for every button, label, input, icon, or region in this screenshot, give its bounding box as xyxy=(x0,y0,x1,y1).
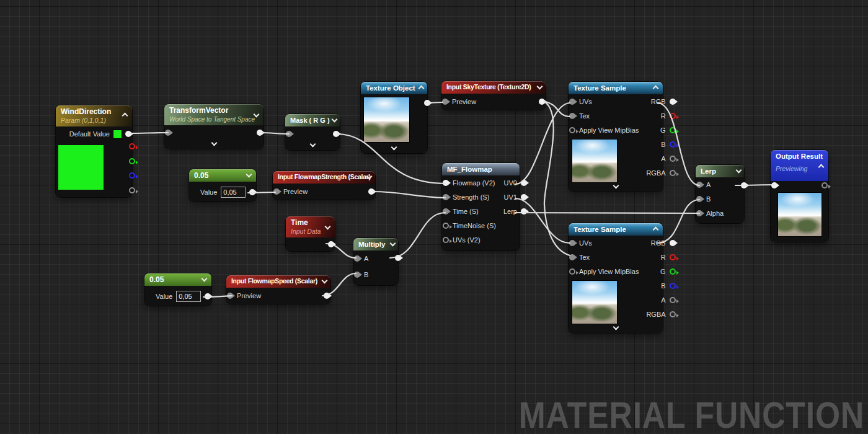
node-input-flowmap-speed[interactable]: Input FlowmapSpeed (Scalar) Preview xyxy=(226,275,330,304)
pin-label: A xyxy=(661,296,665,304)
pin-uv1[interactable] xyxy=(521,194,527,200)
node-transform-vector[interactable]: TransformVector World Space to Tangent S… xyxy=(164,104,264,149)
texture-preview xyxy=(363,97,410,143)
pin-strength-s[interactable] xyxy=(443,194,449,200)
pin-label: Flowmap (V2) xyxy=(453,179,495,187)
pin-label: UVs (V2) xyxy=(453,236,480,244)
pin-rgba[interactable] xyxy=(670,170,676,176)
node-texture-sample-top[interactable]: Texture Sample UVs Tex Apply View MipBia… xyxy=(569,82,663,192)
texture-preview xyxy=(777,192,822,237)
pin-tex[interactable] xyxy=(569,113,575,119)
pin-rgba[interactable] xyxy=(670,311,676,317)
wire[interactable] xyxy=(128,133,168,133)
pin-b[interactable] xyxy=(670,283,676,289)
node-title: WindDirection xyxy=(61,107,127,117)
pin-label: Tex xyxy=(579,254,590,261)
value-input[interactable] xyxy=(176,291,201,302)
node-output-result[interactable]: Output Result Previewing xyxy=(771,150,828,242)
node-input-flowmap-strength[interactable]: Input FlowmapStrength (Scalar) Preview xyxy=(273,171,375,200)
preview-label: Preview xyxy=(452,98,476,105)
pin-b[interactable] xyxy=(696,196,702,202)
pin-label: A xyxy=(706,181,711,188)
pin-output-g[interactable] xyxy=(129,158,135,164)
node-wind-direction[interactable]: WindDirection Param (0,1,0,1) Default Va… xyxy=(56,105,132,197)
pin-label: B xyxy=(706,195,711,203)
pin-a[interactable] xyxy=(670,297,676,303)
pin-uvs[interactable] xyxy=(569,99,575,105)
pin-label: Apply View MipBias xyxy=(579,268,639,275)
node-texture-sample-bottom[interactable]: Texture Sample UVs Tex Apply View MipBia… xyxy=(569,223,663,333)
node-constant-flowmap-strength[interactable]: 0.05 Value xyxy=(189,169,256,202)
pin-label: A xyxy=(364,255,368,262)
wire[interactable] xyxy=(515,103,570,184)
pin-label: G xyxy=(660,268,666,275)
chevron-down-icon[interactable] xyxy=(309,141,316,148)
pin-tex[interactable] xyxy=(569,254,575,260)
pin-apply-view-mipbias[interactable] xyxy=(569,268,575,275)
pin-uvs-v2[interactable] xyxy=(443,237,449,243)
value-input[interactable] xyxy=(221,187,246,198)
color-swatch[interactable] xyxy=(113,130,122,139)
node-constant-flowmap-speed[interactable]: 0.05 Value xyxy=(144,273,211,306)
chevron-down-icon[interactable] xyxy=(211,140,217,146)
pin-rgb[interactable] xyxy=(670,99,676,105)
wire[interactable] xyxy=(735,185,774,185)
pin-output-r[interactable] xyxy=(129,143,135,149)
chevron-down-icon[interactable] xyxy=(537,84,543,90)
texture-preview xyxy=(572,139,618,183)
pin-rgb[interactable] xyxy=(670,240,676,246)
node-title: Input SkyTexture (Texture2D) xyxy=(446,82,532,92)
chevron-down-icon[interactable] xyxy=(613,183,619,189)
pin-flowmap-v2[interactable] xyxy=(443,180,449,186)
pin-apply-view-mipbias[interactable] xyxy=(569,127,575,133)
pin-label: RGBA xyxy=(646,169,665,177)
pin-label: R xyxy=(661,254,666,261)
chevron-down-icon[interactable] xyxy=(322,278,328,284)
pin-label: UVs xyxy=(579,239,592,247)
node-multiply[interactable]: Multiply A B xyxy=(353,238,398,285)
wire[interactable] xyxy=(425,102,443,103)
wire[interactable] xyxy=(248,192,275,193)
node-title: Mask ( R G ) xyxy=(290,115,335,125)
default-value-label: Default Value xyxy=(69,130,110,138)
chevron-down-icon[interactable] xyxy=(391,144,397,151)
node-title: Input FlowmapStrength (Scalar) xyxy=(278,172,361,182)
node-mask-rg[interactable]: Mask ( R G ) xyxy=(285,114,340,150)
pin-output-b[interactable] xyxy=(129,172,135,179)
pin-output[interactable] xyxy=(822,182,828,188)
pin-label: Alpha xyxy=(706,210,724,217)
node-title: Lerp xyxy=(701,166,739,176)
pin-timenoise-s[interactable] xyxy=(443,223,449,229)
pin-label: G xyxy=(660,126,666,134)
pin-b[interactable] xyxy=(670,141,676,148)
preview-label: Preview xyxy=(237,292,261,299)
pin-a[interactable] xyxy=(670,156,676,162)
pin-label: UV0 xyxy=(504,179,517,187)
wire[interactable] xyxy=(544,102,570,255)
node-title: Texture Sample xyxy=(574,224,658,234)
chevron-down-icon[interactable] xyxy=(613,324,619,330)
wire[interactable] xyxy=(390,213,445,258)
pin-label: RGB xyxy=(651,98,666,105)
node-title: Multiply xyxy=(358,239,393,249)
pin-label: Apply View MipBias xyxy=(579,126,639,134)
wire[interactable] xyxy=(373,192,445,198)
color-preview xyxy=(58,145,104,190)
graph-canvas[interactable]: { "watermark": "MATERIAL FUNCTION", "col… xyxy=(0,0,868,434)
node-input-sky-texture[interactable]: Input SkyTexture (Texture2D) Preview xyxy=(441,81,546,110)
node-title: 0.05 xyxy=(194,170,251,180)
pin-preview-input[interactable] xyxy=(442,99,448,105)
node-title: Texture Sample xyxy=(574,83,658,93)
pin-r[interactable] xyxy=(670,254,676,260)
pin-b[interactable] xyxy=(354,272,360,278)
pin-g[interactable] xyxy=(670,268,676,275)
node-title: MF_Flowmap xyxy=(447,164,515,174)
wire[interactable] xyxy=(515,213,699,213)
node-lerp[interactable]: Lerp A B Alpha xyxy=(696,165,744,223)
material-function-watermark: MATERIAL FUNCTION xyxy=(519,394,864,434)
node-texture-object[interactable]: Texture Object xyxy=(361,82,427,153)
pin-output-a[interactable] xyxy=(129,187,135,193)
node-mf-flowmap[interactable]: MF_Flowmap Flowmap (V2) Strength (S) Tim… xyxy=(442,163,520,250)
pin-label: TimeNoise (S) xyxy=(453,222,496,229)
node-time[interactable]: Time Input Data xyxy=(286,216,335,251)
